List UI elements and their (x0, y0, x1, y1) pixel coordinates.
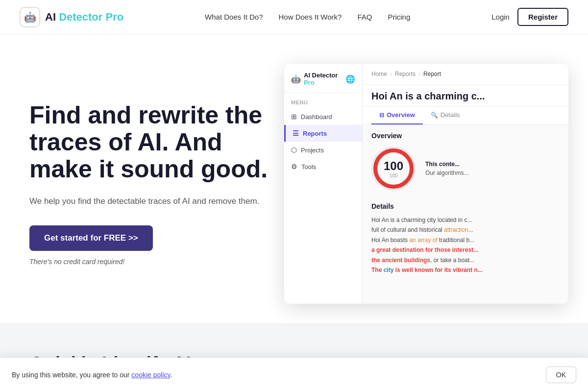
breadcrumb-sep-2: › (418, 71, 420, 77)
nav-pricing[interactable]: Pricing (388, 13, 410, 21)
sidebar-item-projects-label: Projects (301, 147, 324, 154)
globe-icon: 🌐 (345, 74, 355, 84)
score-desc: Our algorithms... (425, 170, 469, 176)
no-cc-text: There's no credit card required! (29, 258, 284, 266)
mockup-sidebar: 🤖 AI Detector Pro 🌐 MENU ⊞ Dashboard ☰ R… (284, 64, 363, 304)
breadcrumb-reports: Reports (395, 71, 416, 77)
details-label: Details (371, 202, 560, 210)
cookie-period: . (170, 371, 172, 379)
tab-details[interactable]: 🔍 Details (423, 106, 468, 124)
sidebar-item-reports-label: Reports (303, 130, 327, 137)
sidebar-header: 🤖 AI Detector Pro 🌐 (284, 64, 362, 93)
tab-overview-label: Overview (387, 111, 415, 119)
cookie-text-before: By using this website, you agree to our (12, 371, 129, 379)
mockup-main: Home › Reports › Report Hoi An is a char… (363, 64, 568, 304)
score-sub: 100 (390, 173, 398, 178)
detail-line-6: The city is well known for its vibrant n… (371, 267, 483, 273)
sidebar-item-projects[interactable]: ⬡ Projects (284, 142, 362, 158)
nav-links: What Does It Do? How Does It Work? FAQ P… (205, 13, 410, 21)
logo-link[interactable]: 🤖 AI Detector Pro (20, 7, 123, 27)
score-ring: 100 100 (371, 147, 416, 191)
breadcrumb-home: Home (371, 71, 387, 77)
overview-section: Overview 100 100 (363, 125, 568, 197)
detail-line-4: a great destination for those interest..… (371, 246, 478, 253)
cookie-text: By using this website, you agree to our … (12, 371, 540, 379)
mockup-container: 🤖 AI Detector Pro 🌐 MENU ⊞ Dashboard ☰ R… (284, 64, 568, 304)
sidebar-logo-text: AI Detector Pro (304, 72, 345, 86)
logo-icon: 🤖 (20, 7, 40, 27)
hero-section: Find and rewrite the traces of AI. And m… (0, 34, 588, 323)
tabs: ⊟ Overview 🔍 Details (363, 106, 568, 125)
hero-mockup: 🤖 AI Detector Pro 🌐 MENU ⊞ Dashboard ☰ R… (284, 64, 559, 304)
cookie-banner: By using this website, you agree to our … (0, 357, 588, 389)
details-section: Details Hoi An is a charming city locate… (363, 197, 568, 280)
score-number: 100 (384, 159, 403, 173)
sidebar-logo-icon: 🤖 (291, 74, 301, 84)
reports-icon: ☰ (293, 129, 299, 137)
score-desc-strong: This conte... (425, 161, 460, 168)
sidebar-item-tools[interactable]: ⚙ Tools (284, 158, 362, 175)
sidebar-menu-label: MENU (284, 93, 362, 108)
nav-what[interactable]: What Does It Do? (205, 13, 263, 21)
tab-overview[interactable]: ⊟ Overview (371, 106, 423, 124)
detail-line-5: the ancient buildings, or take a boat... (371, 257, 474, 264)
sidebar-item-dashboard-label: Dashboard (301, 113, 332, 121)
score-info: This conte... Our algorithms... (425, 160, 469, 177)
breadcrumb-sep-1: › (390, 71, 392, 77)
sidebar-item-reports[interactable]: ☰ Reports (284, 125, 362, 142)
navbar: 🤖 AI Detector Pro What Does It Do? How D… (0, 0, 588, 34)
breadcrumb-report: Report (423, 71, 441, 77)
detail-line-3: Hoi An boasts an array of traditional b.… (371, 237, 474, 244)
overview-body: 100 100 This conte... Our algorithms... (371, 147, 560, 191)
tools-icon: ⚙ (291, 163, 297, 171)
report-title: Hoi An is a charming c... (363, 85, 568, 106)
sidebar-logo: 🤖 AI Detector Pro (291, 72, 345, 86)
overview-tab-icon: ⊟ (379, 112, 384, 119)
logo-text: AI Detector Pro (45, 11, 123, 24)
nav-faq[interactable]: FAQ (357, 13, 372, 21)
sidebar-item-dashboard[interactable]: ⊞ Dashboard (284, 108, 362, 125)
detail-line-2: full of cultural and historical attracti… (371, 226, 473, 233)
breadcrumb: Home › Reports › Report (363, 64, 568, 85)
detail-line-1: Hoi An is a charming city located in c..… (371, 217, 472, 223)
sidebar-item-tools-label: Tools (301, 163, 316, 171)
cookie-ok-button[interactable]: OK (546, 367, 576, 383)
cta-button[interactable]: Get started for FREE >> (29, 225, 153, 251)
details-tab-icon: 🔍 (431, 112, 438, 119)
details-text: Hoi An is a charming city located in c..… (371, 215, 560, 275)
login-button[interactable]: Login (491, 13, 510, 21)
mockup-window: 🤖 AI Detector Pro 🌐 MENU ⊞ Dashboard ☰ R… (284, 64, 568, 304)
overview-label: Overview (371, 132, 560, 140)
hero-left: Find and rewrite the traces of AI. And m… (29, 102, 284, 266)
nav-actions: Login Register (491, 8, 568, 26)
projects-icon: ⬡ (291, 146, 297, 154)
hero-subtitle: We help you find the detectable traces o… (29, 195, 284, 208)
hero-title: Find and rewrite the traces of AI. And m… (29, 102, 284, 183)
dashboard-icon: ⊞ (291, 113, 297, 121)
cookie-policy-link[interactable]: cookie policy (131, 371, 170, 379)
nav-how[interactable]: How Does It Work? (279, 13, 342, 21)
register-button[interactable]: Register (517, 8, 568, 26)
tab-details-label: Details (441, 111, 460, 119)
